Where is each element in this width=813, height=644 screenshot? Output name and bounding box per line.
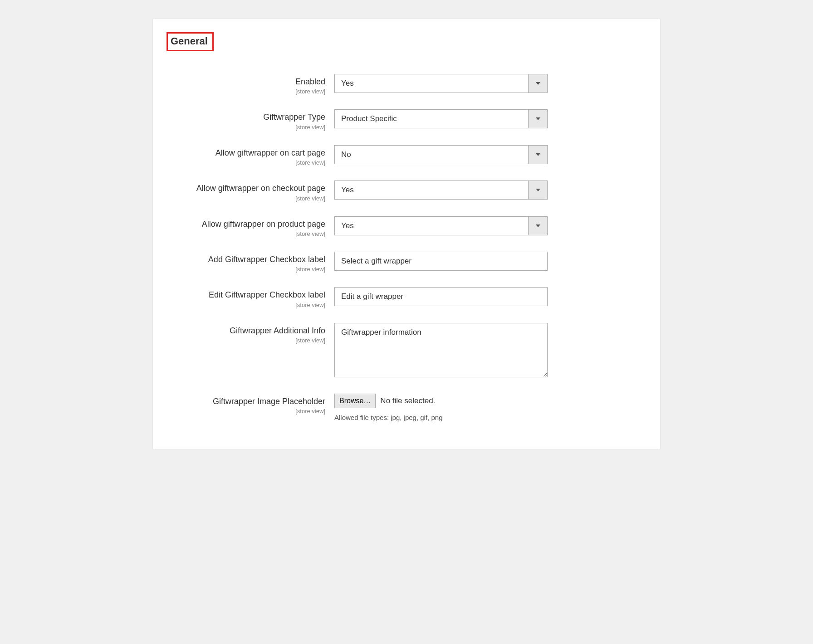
label-col: Edit Giftwrapper Checkbox label [store v… [167, 287, 334, 308]
enabled-select[interactable]: Yes [334, 74, 548, 93]
file-hint-text: Allowed file types: jpg, jpeg, gif, png [334, 414, 548, 421]
field-row-allow-checkout: Allow giftwrapper on checkout page [stor… [167, 181, 646, 201]
select-value: Yes [335, 181, 528, 199]
label-col: Allow giftwrapper on checkout page [stor… [167, 181, 334, 201]
control-col: Yes [334, 74, 548, 93]
allow-checkout-select[interactable]: Yes [334, 181, 548, 200]
field-row-allow-cart: Allow giftwrapper on cart page [store vi… [167, 145, 646, 166]
label-col: Giftwrapper Image Placeholder [store vie… [167, 394, 334, 415]
field-scope: [store view] [167, 124, 325, 131]
control-col: Yes [334, 216, 548, 235]
field-label: Edit Giftwrapper Checkbox label [167, 290, 325, 300]
field-label: Allow giftwrapper on checkout page [167, 183, 325, 194]
label-col: Giftwrapper Additional Info [store view] [167, 323, 334, 344]
field-label: Enabled [167, 77, 325, 87]
control-col: Browse… No file selected. Allowed file t… [334, 394, 548, 421]
label-col: Add Giftwrapper Checkbox label [store vi… [167, 252, 334, 273]
control-col [334, 252, 548, 271]
label-col: Allow giftwrapper on product page [store… [167, 216, 334, 237]
field-row-edit-checkbox-label: Edit Giftwrapper Checkbox label [store v… [167, 287, 646, 308]
field-label: Add Giftwrapper Checkbox label [167, 254, 325, 265]
select-value: No [335, 146, 528, 164]
field-label: Allow giftwrapper on cart page [167, 148, 325, 158]
select-value: Product Specific [335, 110, 528, 128]
field-scope: [store view] [167, 88, 325, 95]
control-col [334, 287, 548, 306]
field-row-add-checkbox-label: Add Giftwrapper Checkbox label [store vi… [167, 252, 646, 273]
field-scope: [store view] [167, 266, 325, 273]
label-col: Allow giftwrapper on cart page [store vi… [167, 145, 334, 166]
field-scope: [store view] [167, 302, 325, 308]
control-col: Product Specific [334, 109, 548, 128]
field-scope: [store view] [167, 230, 325, 237]
field-label: Giftwrapper Additional Info [167, 326, 325, 336]
select-value: Yes [335, 217, 528, 235]
select-value: Yes [335, 74, 528, 93]
field-label: Giftwrapper Image Placeholder [167, 396, 325, 407]
file-input-row: Browse… No file selected. [334, 394, 548, 408]
additional-info-textarea[interactable] [334, 323, 548, 377]
chevron-down-icon [528, 181, 547, 199]
giftwrapper-type-select[interactable]: Product Specific [334, 109, 548, 128]
allow-cart-select[interactable]: No [334, 145, 548, 164]
allow-product-select[interactable]: Yes [334, 216, 548, 235]
chevron-down-icon [528, 146, 547, 164]
file-status-text: No file selected. [380, 396, 435, 405]
control-col: Yes [334, 181, 548, 200]
field-label: Giftwrapper Type [167, 112, 325, 122]
field-label: Allow giftwrapper on product page [167, 219, 325, 229]
field-scope: [store view] [167, 337, 325, 344]
chevron-down-icon [528, 110, 547, 128]
label-col: Enabled [store view] [167, 74, 334, 95]
chevron-down-icon [528, 74, 547, 93]
settings-panel: General Enabled [store view] Yes Giftwra… [152, 18, 661, 450]
field-row-allow-product: Allow giftwrapper on product page [store… [167, 216, 646, 237]
add-checkbox-label-input[interactable] [334, 252, 548, 271]
field-row-giftwrapper-type: Giftwrapper Type [store view] Product Sp… [167, 109, 646, 130]
field-scope: [store view] [167, 159, 325, 166]
section-title: General [167, 32, 214, 51]
chevron-down-icon [528, 217, 547, 235]
field-row-additional-info: Giftwrapper Additional Info [store view] [167, 323, 646, 379]
field-scope: [store view] [167, 195, 325, 202]
control-col: No [334, 145, 548, 164]
field-scope: [store view] [167, 408, 325, 415]
browse-button[interactable]: Browse… [334, 394, 376, 408]
control-col [334, 323, 548, 379]
field-row-image-placeholder: Giftwrapper Image Placeholder [store vie… [167, 394, 646, 421]
label-col: Giftwrapper Type [store view] [167, 109, 334, 130]
field-row-enabled: Enabled [store view] Yes [167, 74, 646, 95]
edit-checkbox-label-input[interactable] [334, 287, 548, 306]
